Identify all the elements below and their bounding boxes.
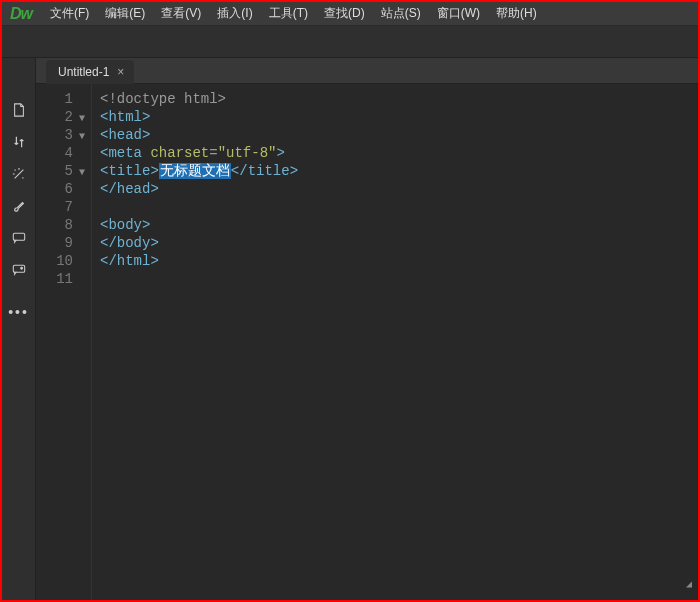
gutter-line: 7 [36, 198, 87, 216]
menu-help[interactable]: 帮助(H) [488, 2, 545, 25]
selected-text: 无标题文档 [159, 163, 231, 179]
wand-icon[interactable] [11, 166, 27, 182]
body-area: ••• Untitled-1 × 1 2▼ 3▼ 4 5▼ 6 7 [2, 58, 698, 600]
side-toolbar: ••• [2, 58, 36, 600]
gutter-line: 4 [36, 144, 87, 162]
resize-handle-icon[interactable]: ◢ [686, 576, 692, 594]
app-frame: Dw 文件(F) 编辑(E) 查看(V) 插入(I) 工具(T) 查找(D) 站… [0, 0, 700, 602]
code-line: <html> [100, 108, 698, 126]
code-line [100, 270, 698, 288]
gutter: 1 2▼ 3▼ 4 5▼ 6 7 8 9 10 11 [36, 84, 92, 600]
menu-site[interactable]: 站点(S) [373, 2, 429, 25]
menu-bar: Dw 文件(F) 编辑(E) 查看(V) 插入(I) 工具(T) 查找(D) 站… [2, 2, 698, 26]
code-line [100, 198, 698, 216]
code-line: <title>无标题文档</title> [100, 162, 698, 180]
menu-window[interactable]: 窗口(W) [429, 2, 488, 25]
tab-label: Untitled-1 [58, 65, 109, 79]
gutter-line: 2▼ [36, 108, 87, 126]
brush-icon[interactable] [11, 198, 27, 214]
gutter-line: 3▼ [36, 126, 87, 144]
app-logo: Dw [8, 5, 42, 23]
menu-file[interactable]: 文件(F) [42, 2, 97, 25]
code-line: <head> [100, 126, 698, 144]
code-line: </head> [100, 180, 698, 198]
code-editor[interactable]: 1 2▼ 3▼ 4 5▼ 6 7 8 9 10 11 <!doctype htm… [36, 84, 698, 600]
tab-bar: Untitled-1 × [36, 58, 698, 84]
db-comment-icon[interactable] [11, 262, 27, 278]
more-icon[interactable]: ••• [8, 304, 29, 320]
code-line: <meta charset="utf-8"> [100, 144, 698, 162]
gutter-line: 9 [36, 234, 87, 252]
gutter-line: 5▼ [36, 162, 87, 180]
gutter-line: 8 [36, 216, 87, 234]
toolbar-strip [2, 26, 698, 58]
gutter-line: 6 [36, 180, 87, 198]
svg-point-2 [20, 267, 22, 269]
menu-view[interactable]: 查看(V) [153, 2, 209, 25]
menu-edit[interactable]: 编辑(E) [97, 2, 153, 25]
close-icon[interactable]: × [117, 66, 124, 78]
tab-untitled[interactable]: Untitled-1 × [46, 60, 134, 84]
code-line: <!doctype html> [100, 90, 698, 108]
svg-rect-0 [13, 233, 24, 240]
gutter-line: 10 [36, 252, 87, 270]
code-area[interactable]: <!doctype html> <html> <head> <meta char… [92, 84, 698, 600]
code-line: </body> [100, 234, 698, 252]
comment-icon[interactable] [11, 230, 27, 246]
code-line: <body> [100, 216, 698, 234]
menu-tools[interactable]: 工具(T) [261, 2, 316, 25]
code-line: </html> [100, 252, 698, 270]
svg-rect-1 [13, 265, 24, 272]
menu-insert[interactable]: 插入(I) [209, 2, 260, 25]
gutter-line: 1 [36, 90, 87, 108]
menu-find[interactable]: 查找(D) [316, 2, 373, 25]
file-icon[interactable] [11, 102, 27, 118]
main-panel: Untitled-1 × 1 2▼ 3▼ 4 5▼ 6 7 8 9 10 1 [36, 58, 698, 600]
gutter-line: 11 [36, 270, 87, 288]
swap-icon[interactable] [11, 134, 27, 150]
